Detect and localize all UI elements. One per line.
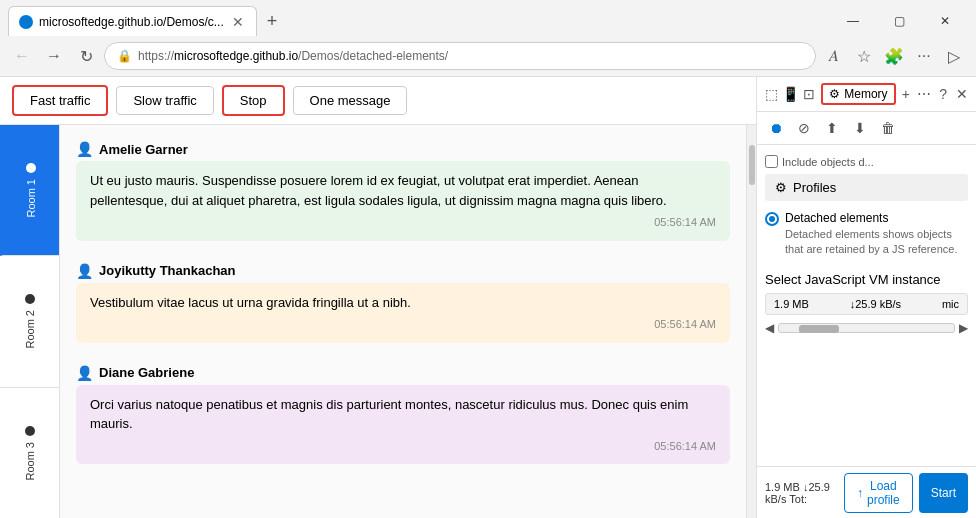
main-area: Fast traffic Slow traffic Stop One messa… [0, 77, 976, 518]
load-icon: ↑ [857, 486, 863, 500]
message-time-3: 05:56:14 AM [90, 438, 716, 455]
radio-content: Detached elements Detached elements show… [785, 211, 968, 258]
message-author-3: 👤 Diane Gabriene [76, 365, 730, 381]
minimize-button[interactable]: — [830, 6, 876, 36]
nav-bar: ← → ↻ 🔒 https://microsoftedge.github.io/… [0, 36, 976, 76]
devtools-close-btn[interactable]: ✕ [953, 81, 970, 107]
demo-toolbar: Fast traffic Slow traffic Stop One messa… [0, 77, 756, 125]
room-dot-1 [26, 163, 36, 173]
room-item-1[interactable]: Room 1 [0, 125, 59, 256]
devtools-inspect-btn[interactable]: ⬚ [763, 81, 780, 107]
bottom-size: 1.9 MB [765, 481, 800, 493]
include-checkbox[interactable] [765, 155, 778, 168]
devtools-split-btn[interactable]: ⊡ [801, 81, 818, 107]
block-btn[interactable]: ⊘ [791, 115, 817, 141]
message-text-3: Orci varius natoque penatibus et magnis … [90, 397, 688, 432]
bottom-suffix: Tot: [789, 493, 807, 505]
detached-elements-title: Detached elements [785, 211, 968, 225]
scroll-thumb [749, 145, 755, 185]
fast-traffic-button[interactable]: Fast traffic [12, 85, 108, 116]
room-dot-3 [25, 426, 35, 436]
message-time-1: 05:56:14 AM [90, 214, 716, 231]
message-author-2: 👤 Joyikutty Thankachan [76, 263, 730, 279]
url-prefix: https://microsoftedge.github.io/Demos/de… [138, 49, 448, 63]
browser-actions: 𝐴 ☆ 🧩 ··· ▷ [820, 42, 968, 70]
memory-tab[interactable]: ⚙ Memory [821, 83, 895, 105]
one-message-button[interactable]: One message [293, 86, 408, 115]
message-text-2: Vestibulum vitae lacus ut urna gravida f… [90, 295, 411, 310]
room-layout: Room 1 Room 2 Room 3 👤 [0, 125, 756, 518]
back-button[interactable]: ← [8, 42, 36, 70]
chat-scrollbar[interactable] [746, 125, 756, 518]
extensions-button[interactable]: 🧩 [880, 42, 908, 70]
vm-select-label: Select JavaScript VM instance [765, 272, 968, 287]
upload-btn[interactable]: ⬆ [819, 115, 845, 141]
profiles-icon: ⚙ [775, 180, 787, 195]
user-icon-3: 👤 [76, 365, 93, 381]
load-label: Load profile [867, 479, 900, 507]
load-profile-button[interactable]: ↑ Load profile [844, 473, 913, 513]
user-icon-2: 👤 [76, 263, 93, 279]
address-bar[interactable]: 🔒 https://microsoftedge.github.io/Demos/… [104, 42, 816, 70]
profiles-label[interactable]: ⚙ Profiles [775, 180, 958, 195]
download-btn[interactable]: ⬇ [847, 115, 873, 141]
devtools-toolbar: ⬚ 📱 ⊡ ⚙ Memory + ⋯ ? ✕ [757, 77, 976, 112]
devtools-bottom-bar: 1.9 MB ↓25.9 kB/s Tot: ↑ Load profile St… [757, 466, 976, 518]
message-text-1: Ut eu justo mauris. Suspendisse posuere … [90, 173, 667, 208]
window-controls: — ▢ ✕ [830, 6, 968, 36]
stop-button[interactable]: Stop [222, 85, 285, 116]
vm-row[interactable]: 1.9 MB ↓25.9 kB/s mic [765, 293, 968, 315]
tab-close-icon[interactable]: ✕ [230, 14, 246, 30]
room-sidebar: Room 1 Room 2 Room 3 [0, 125, 60, 518]
message-bubble-1: Ut eu justo mauris. Suspendisse posuere … [76, 161, 730, 241]
record-btn[interactable]: ⏺ [763, 115, 789, 141]
devtools-device-btn[interactable]: 📱 [782, 81, 799, 107]
demo-page: Fast traffic Slow traffic Stop One messa… [0, 77, 756, 518]
forward-button[interactable]: → [40, 42, 68, 70]
message-2: 👤 Joyikutty Thankachan Vestibulum vitae … [60, 255, 746, 351]
more-button[interactable]: ··· [910, 42, 938, 70]
bottom-stats: 1.9 MB ↓25.9 kB/s Tot: [765, 481, 844, 505]
close-button[interactable]: ✕ [922, 6, 968, 36]
devtools-second-toolbar: ⏺ ⊘ ⬆ ⬇ 🗑 [757, 112, 976, 145]
author-name-3: Diane Gabriene [99, 365, 194, 380]
room-label-1: Room 1 [25, 179, 37, 218]
room-item-2[interactable]: Room 2 [0, 256, 59, 387]
detached-elements-radio[interactable]: Detached elements Detached elements show… [765, 211, 968, 258]
browser-chrome: microsoftedge.github.io/Demos/c... ✕ + —… [0, 0, 976, 77]
devtools-content: Include objects d... ⚙ Profiles Detached… [757, 145, 976, 466]
tab-bar: microsoftedge.github.io/Demos/c... ✕ + —… [0, 0, 976, 36]
devtools-panel: ⬚ 📱 ⊡ ⚙ Memory + ⋯ ? ✕ ⏺ ⊘ ⬆ ⬇ 🗑 [756, 77, 976, 518]
scrollbar-track[interactable] [778, 323, 955, 333]
profiles-text: Profiles [793, 180, 836, 195]
memory-gear-icon: ⚙ [829, 87, 840, 101]
new-tab-button[interactable]: + [261, 11, 284, 32]
message-3: 👤 Diane Gabriene Orci varius natoque pen… [60, 357, 746, 473]
slow-traffic-button[interactable]: Slow traffic [116, 86, 213, 115]
message-bubble-2: Vestibulum vitae lacus ut urna gravida f… [76, 283, 730, 343]
chat-messages: 👤 Amelie Garner Ut eu justo mauris. Susp… [60, 125, 746, 518]
scroll-left-icon[interactable]: ◀ [765, 321, 774, 335]
refresh-button[interactable]: ↻ [72, 42, 100, 70]
author-name-2: Joyikutty Thankachan [99, 263, 236, 278]
devtools-help-btn[interactable]: ? [935, 81, 952, 107]
bottom-actions: ↑ Load profile Start [844, 473, 968, 513]
sidebar-button[interactable]: ▷ [940, 42, 968, 70]
devtools-add-tab-btn[interactable]: + [898, 81, 915, 107]
tab-favicon [19, 15, 33, 29]
memory-tab-label: Memory [844, 87, 887, 101]
user-icon-1: 👤 [76, 141, 93, 157]
delete-btn[interactable]: 🗑 [875, 115, 901, 141]
browser-tab[interactable]: microsoftedge.github.io/Demos/c... ✕ [8, 6, 257, 36]
devtools-more-btn[interactable]: ⋯ [916, 81, 933, 107]
maximize-button[interactable]: ▢ [876, 6, 922, 36]
read-aloud-button[interactable]: 𝐴 [820, 42, 848, 70]
start-button[interactable]: Start [919, 473, 968, 513]
favorites-button[interactable]: ☆ [850, 42, 878, 70]
message-author-1: 👤 Amelie Garner [76, 141, 730, 157]
message-time-2: 05:56:14 AM [90, 316, 716, 333]
room-item-3[interactable]: Room 3 [0, 388, 59, 518]
include-checkbox-row[interactable]: Include objects d... [765, 153, 968, 170]
scroll-right-icon[interactable]: ▶ [959, 321, 968, 335]
vm-scrollbar[interactable]: ◀ ▶ [765, 321, 968, 335]
